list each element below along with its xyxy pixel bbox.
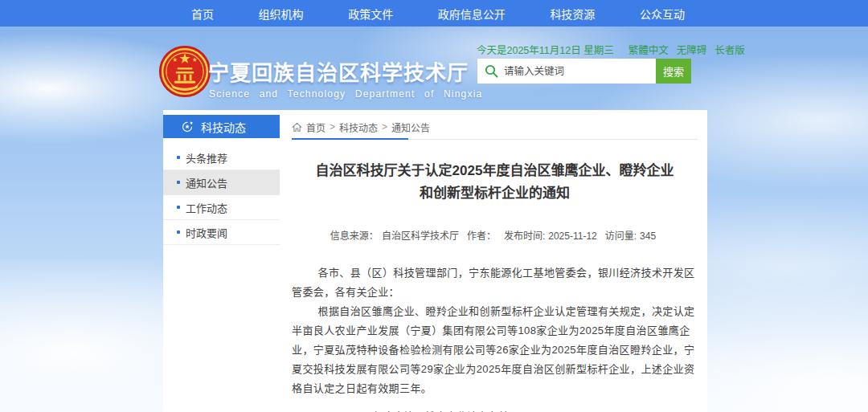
- nav-item-public-interaction[interactable]: 公众互动: [640, 6, 685, 22]
- article-area: 首页 > 科技动态 > 通知公告 自治区科技厅关于认定2025年度自治区雏鹰企业…: [292, 110, 698, 412]
- sidebar-item-label: 工作动态: [186, 200, 227, 215]
- content-panel: 科技动态 头条推荐 通知公告 工作动态 时政要闻: [163, 110, 707, 412]
- bullet-icon: [177, 206, 180, 209]
- article-paragraph: 根据自治区雏鹰企业、瞪羚企业和创新型标杆企业认定管理有关规定，决定认定半亩良人农…: [292, 302, 698, 398]
- nav-item-organization[interactable]: 组织机构: [259, 6, 304, 22]
- nav-item-home[interactable]: 首页: [191, 6, 214, 22]
- site-subtitle: Science and Technology Department of Nin…: [209, 88, 482, 100]
- breadcrumb-tech-news[interactable]: 科技动态: [339, 120, 378, 134]
- nav-item-gov-info-disclosure[interactable]: 政府信息公开: [438, 6, 506, 22]
- national-emblem-icon: [158, 44, 212, 99]
- link-elderly-version[interactable]: 长者版: [714, 42, 745, 57]
- home-icon: [292, 122, 302, 133]
- attachments: 附件： 1.2025年度自治区雏鹰企业认定名单 2.2025年度自治区瞪羚企业认…: [292, 409, 698, 412]
- sidebar-item-headlines[interactable]: 头条推荐: [163, 145, 280, 170]
- search-bar: 搜索: [477, 59, 691, 84]
- bullet-icon: [177, 181, 180, 184]
- sidebar-item-label: 时政要闻: [186, 225, 227, 240]
- meta-time-label: 发布时间:: [504, 230, 545, 242]
- site-logo[interactable]: [158, 44, 212, 99]
- meta-time: 2025-11-12: [548, 230, 597, 242]
- nav-item-tech-resources[interactable]: 科技资源: [550, 6, 595, 22]
- meta-source: 自治区科学技术厅: [382, 230, 459, 242]
- today-date: 今天是2025年11月12日 星期三: [477, 42, 614, 57]
- site-title: 宁夏回族自治区科学技术厅: [208, 56, 469, 86]
- attachments-label: 附件：: [309, 409, 341, 412]
- breadcrumb-notices[interactable]: 通知公告: [391, 120, 430, 134]
- search-input[interactable]: [477, 59, 656, 84]
- sidebar-menu: 头条推荐 通知公告 工作动态 时政要闻: [163, 145, 280, 245]
- sidebar-header: 科技动态: [163, 115, 280, 138]
- sidebar-item-work-trends[interactable]: 工作动态: [163, 195, 280, 220]
- meta-views-label: 访问量:: [605, 230, 637, 242]
- link-accessibility[interactable]: 无障碍: [677, 42, 707, 57]
- link-traditional-chinese[interactable]: 繁體中文: [628, 42, 669, 57]
- search-button[interactable]: 搜索: [656, 59, 691, 84]
- breadcrumb: 首页 > 科技动态 > 通知公告: [292, 119, 698, 135]
- sidebar: 科技动态 头条推荐 通知公告 工作动态 时政要闻: [163, 110, 280, 245]
- sidebar-item-notices[interactable]: 通知公告: [163, 170, 280, 195]
- header-utility-row: 今天是2025年11月12日 星期三 繁體中文 无障碍 长者版: [477, 42, 700, 57]
- attachments-list: 1.2025年度自治区雏鹰企业认定名单 2.2025年度自治区瞪羚企业认定名单 …: [341, 409, 540, 412]
- meta-author-label: 作者：: [467, 230, 496, 242]
- breadcrumb-home[interactable]: 首页: [306, 120, 326, 134]
- bullet-icon: [177, 230, 180, 234]
- article-paragraph: 各市、县（区）科技管理部门，宁东能源化工基地管委会，银川经济技术开发区管委会，各…: [292, 263, 698, 302]
- meta-views: 345: [640, 230, 656, 242]
- bullet-icon: [177, 156, 180, 159]
- page: 首页 组织机构 政策文件 政府信息公开 科技资源 公众互动 宁夏回族自治区科学技…: [0, 0, 868, 412]
- sidebar-item-label: 头条推荐: [186, 150, 227, 165]
- sidebar-item-current-politics[interactable]: 时政要闻: [163, 220, 280, 245]
- breadcrumb-divider: [292, 138, 698, 141]
- article-meta: 信息来源：自治区科学技术厅作者：发布时间:2025-11-12访问量:345: [292, 228, 698, 242]
- breadcrumb-separator: >: [382, 121, 387, 133]
- nav-item-policy-documents[interactable]: 政策文件: [348, 6, 393, 22]
- search-box: [477, 59, 656, 84]
- article-title-line1: 自治区科技厅关于认定2025年度自治区雏鹰企业、瞪羚企业: [316, 163, 674, 178]
- sidebar-title: 科技动态: [201, 119, 246, 135]
- attachment-link-1[interactable]: 1.2025年度自治区雏鹰企业认定名单: [341, 409, 540, 412]
- top-nav: 首页 组织机构 政策文件 政府信息公开 科技资源 公众互动: [0, 0, 868, 27]
- sidebar-item-label: 通知公告: [186, 175, 227, 190]
- article-title: 自治区科技厅关于认定2025年度自治区雏鹰企业、瞪羚企业 和创新型标杆企业的通知: [292, 160, 698, 205]
- article-title-line2: 和创新型标杆企业的通知: [420, 186, 570, 201]
- article-body: 各市、县（区）科技管理部门，宁东能源化工基地管委会，银川经济技术开发区管委会，各…: [292, 263, 698, 398]
- breadcrumb-separator: >: [330, 121, 335, 133]
- meta-source-label: 信息来源：: [330, 230, 379, 242]
- search-icon: [485, 64, 498, 78]
- news-section-icon: [181, 120, 194, 133]
